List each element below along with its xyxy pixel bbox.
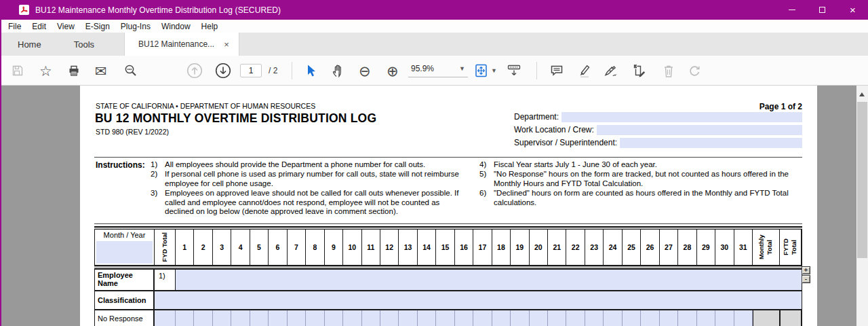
close-tab-icon[interactable]: ×	[224, 40, 229, 49]
menu-e-sign[interactable]: E-Sign	[80, 22, 115, 31]
zoom-in-button[interactable]: ⊕	[387, 63, 399, 77]
no-response-day-cell[interactable]	[604, 310, 622, 326]
no-response-day-cell[interactable]	[399, 310, 417, 326]
highlight-button[interactable]	[578, 63, 593, 78]
fytd-total-header: FYTD Total	[780, 230, 802, 265]
menu-help[interactable]: Help	[196, 22, 224, 31]
employee-name-row: Employee Name 1)	[94, 270, 802, 290]
menu-plug-ins[interactable]: Plug-Ins	[115, 22, 156, 31]
no-response-day-cell[interactable]	[623, 310, 641, 326]
no-response-day-cell[interactable]	[418, 310, 436, 326]
overtime-table: Month / Year FYD Total 12345678910111213…	[94, 226, 802, 326]
remove-row-button[interactable]: -	[802, 275, 810, 283]
no-response-day-cell[interactable]	[473, 310, 492, 326]
no-response-day-cell[interactable]	[734, 310, 753, 326]
no-response-day-cell[interactable]	[697, 310, 715, 326]
scrollbar-thumb[interactable]	[857, 102, 867, 258]
print-icon	[67, 64, 81, 77]
day-header: 19	[511, 230, 529, 265]
instructions-right-column: 4)Fiscal Year starts July 1 - June 30 of…	[479, 160, 804, 208]
instruction-item: 2)If personal cell phone is used as prim…	[151, 170, 464, 188]
no-response-day-cell[interactable]	[492, 310, 511, 326]
tab-document[interactable]: BU12 Maintenance... ×	[124, 33, 239, 56]
fyd-total-cell[interactable]	[155, 310, 176, 326]
add-row-button[interactable]: +	[802, 266, 810, 274]
no-response-day-cell[interactable]	[660, 310, 678, 326]
previous-page-button[interactable]	[186, 62, 203, 79]
no-response-day-cell[interactable]	[325, 310, 343, 326]
text-input-field[interactable]	[620, 138, 802, 148]
chevron-down-icon: ▼	[491, 67, 497, 74]
no-response-day-cell[interactable]	[436, 310, 454, 326]
menu-edit[interactable]: Edit	[26, 22, 52, 31]
no-response-day-cell[interactable]	[306, 310, 324, 326]
scroll-up-icon[interactable]	[859, 90, 865, 96]
no-response-day-cell[interactable]	[380, 310, 399, 326]
no-response-day-cell[interactable]	[362, 310, 380, 326]
print-button[interactable]	[67, 64, 81, 77]
no-response-day-cell[interactable]	[213, 310, 231, 326]
no-response-day-cell[interactable]	[530, 310, 548, 326]
redo-button[interactable]	[687, 63, 702, 78]
instructions-left-column: 1)All employees should provide the Depar…	[151, 160, 464, 217]
zoom-out-button[interactable]: ⊖	[359, 63, 371, 77]
instructions-label: Instructions:	[96, 160, 145, 170]
no-response-day-cell[interactable]	[176, 310, 194, 326]
day-header: 8	[306, 230, 324, 265]
no-response-day-cell[interactable]	[455, 310, 473, 326]
page-number-input[interactable]: 1	[240, 64, 262, 77]
page-fit-dropdown[interactable]: ▼	[491, 67, 497, 74]
instruction-text: "No Response" hours on the form are trac…	[494, 170, 804, 188]
no-response-day-cell[interactable]	[288, 310, 306, 326]
text-input-field[interactable]	[597, 125, 802, 135]
day-header: 15	[436, 230, 454, 265]
tab-home[interactable]: Home	[1, 33, 58, 56]
close-button[interactable]: ×	[837, 0, 868, 20]
employee-name-field[interactable]	[176, 270, 802, 290]
delete-button[interactable]	[662, 63, 675, 78]
save-button[interactable]	[11, 64, 24, 77]
scroll-mode-button[interactable]	[506, 63, 522, 78]
day-header: 22	[566, 230, 585, 265]
menu-view[interactable]: View	[52, 22, 80, 31]
no-response-day-cell[interactable]	[641, 310, 659, 326]
next-page-button[interactable]	[214, 62, 232, 79]
search-button[interactable]	[123, 63, 138, 78]
no-response-day-cell[interactable]	[585, 310, 604, 326]
no-response-day-cell[interactable]	[678, 310, 696, 326]
vertical-scrollbar[interactable]	[856, 86, 868, 326]
hand-tool-button[interactable]	[331, 63, 346, 78]
acrobat-app-icon	[19, 5, 29, 15]
no-response-day-cell[interactable]	[231, 310, 250, 326]
no-response-day-cell[interactable]	[566, 310, 585, 326]
page-fit-button[interactable]	[474, 63, 489, 78]
month-year-header: Month / Year	[95, 230, 155, 265]
no-response-day-cell[interactable]	[269, 310, 287, 326]
classification-field[interactable]	[155, 291, 802, 309]
day-header: 26	[641, 230, 659, 265]
no-response-day-cell[interactable]	[511, 310, 529, 326]
no-response-day-cell[interactable]	[715, 310, 734, 326]
zoom-level-dropdown[interactable]: 95.9% ▼	[408, 64, 468, 77]
maximize-button[interactable]	[807, 0, 837, 20]
save-icon	[11, 64, 24, 77]
select-tool-button[interactable]	[304, 64, 317, 77]
favorite-button[interactable]: ☆	[39, 63, 52, 77]
tab-tools[interactable]: Tools	[58, 33, 111, 56]
instruction-number: 6)	[479, 189, 494, 207]
no-response-day-cell[interactable]	[548, 310, 566, 326]
email-button[interactable]: ✉	[95, 63, 107, 77]
menu-window[interactable]: Window	[156, 22, 196, 31]
sign-button[interactable]	[604, 64, 620, 77]
text-input-field[interactable]	[561, 112, 802, 122]
minimize-button[interactable]	[776, 0, 807, 20]
select-tool-icon	[304, 64, 317, 77]
no-response-day-cell[interactable]	[343, 310, 361, 326]
no-response-day-cell[interactable]	[250, 310, 269, 326]
no-response-day-cell[interactable]	[194, 310, 212, 326]
menu-file[interactable]: File	[3, 22, 26, 31]
edit-page-button[interactable]	[632, 63, 647, 78]
comment-button[interactable]	[549, 64, 564, 77]
day-header: 17	[473, 230, 492, 265]
month-year-field[interactable]	[96, 241, 153, 264]
